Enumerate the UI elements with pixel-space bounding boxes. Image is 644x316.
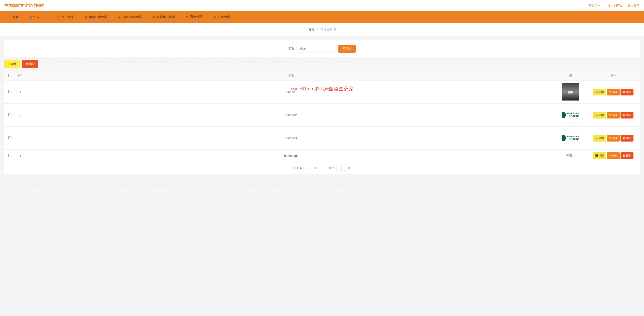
top-header: 中国咖啡文化宣传网站 管理员 abo 退出到前台 退出登录 [0, 0, 644, 11]
select-all-checkbox[interactable] [8, 74, 12, 77]
search-label: 名称 [288, 47, 294, 51]
table-row: 3picture3STARBUCKSCOFFEE☰ 详情✎ 修改🗑 删除 [4, 127, 640, 150]
detail-button[interactable]: ☰ 详情 [593, 112, 606, 119]
table-row: 4homepage无图片☰ 详情✎ 修改🗑 删除 [4, 150, 640, 162]
goto-label: 前往 页 [328, 165, 351, 171]
delete-button[interactable]: 🗑 删除 [620, 152, 634, 159]
edit-button[interactable]: ✎ 修改 [607, 135, 620, 142]
row-name: homepage [28, 150, 554, 162]
nav-contact[interactable]: ▣联系我们管理 [146, 11, 180, 23]
row-value: ▓▓▓ [554, 81, 587, 104]
header-ops: 操作 [587, 71, 640, 81]
header-index: 索引 [15, 71, 28, 81]
home-icon: ⌂ [8, 16, 11, 19]
content: 名称 查询 ⌕ + 新增 🗑 删除 索引 名称 值 操作 1picture1▓▓… [0, 36, 644, 178]
pagination: 共 4 条 〈 1 〉 前往 页 [4, 162, 640, 174]
nav-home[interactable]: ⌂首页 [2, 11, 24, 23]
contact-icon: ▣ [152, 16, 155, 19]
current-page[interactable]: 1 [314, 166, 317, 170]
row-value: STARBUCKSCOFFEE [554, 127, 587, 150]
row-name: picture1 [28, 81, 554, 104]
row-index: 2 [15, 104, 28, 127]
table-header-row: 索引 名称 值 操作 [4, 71, 640, 81]
delete-button[interactable]: 🗑 删除 [620, 135, 634, 142]
search-button[interactable]: 查询 ⌕ [338, 45, 356, 53]
edit-button[interactable]: ✎ 修改 [607, 112, 620, 119]
gear-icon: ⚙ [186, 15, 189, 19]
breadcrumb-separator: / [317, 28, 318, 31]
search-icon: ⌕ [350, 47, 352, 50]
mall-icon: ◈ [118, 16, 121, 19]
row-checkbox[interactable] [8, 154, 12, 157]
breadcrumb: 首页 / 轮播图管理 [0, 23, 644, 36]
image-thumbnail[interactable]: STARBUCKSCOFFEE [562, 129, 579, 147]
nav-system[interactable]: ⚙系统管理 [180, 11, 208, 23]
row-value: 无图片 [554, 150, 587, 162]
image-thumbnail[interactable]: ▓▓▓ [562, 83, 579, 101]
edit-button[interactable]: ✎ 修改 [607, 89, 620, 96]
search-bar: 名称 查询 ⌕ [4, 40, 640, 57]
row-name: picture3 [28, 127, 554, 150]
nav-bar: ⌂首页 👤个人中心 ◯用户管理 ▦咖啡分类管理 ◈咖啡商城管理 ▣联系我们管理 … [0, 11, 644, 23]
category-icon: ▦ [84, 16, 88, 19]
nav-users[interactable]: ◯用户管理 [51, 11, 79, 23]
users-icon: ◯ [57, 16, 60, 19]
image-thumbnail[interactable]: STARBUCKSCOFFEE [562, 106, 579, 124]
user-icon: 👤 [29, 16, 32, 19]
row-checkbox[interactable] [8, 113, 12, 116]
row-checkbox[interactable] [8, 90, 12, 93]
table-row: 2picture2STARBUCKSCOFFEE☰ 详情✎ 修改🗑 删除 [4, 104, 640, 127]
delete-button[interactable]: 🗑 删除 [620, 112, 634, 119]
breadcrumb-home[interactable]: 首页 [308, 28, 314, 31]
search-input[interactable] [296, 45, 336, 53]
detail-button[interactable]: ☰ 详情 [593, 135, 606, 142]
header-value: 值 [554, 71, 587, 81]
header-name: 名称 [28, 71, 554, 81]
batch-delete-button[interactable]: 🗑 删除 [22, 60, 38, 68]
add-button[interactable]: + 新增 [4, 60, 20, 68]
prev-page[interactable]: 〈 [305, 166, 310, 170]
goto-input[interactable] [336, 165, 346, 171]
pagination-total: 共 4 条 [293, 166, 302, 170]
action-bar: + 新增 🗑 删除 [4, 57, 640, 71]
detail-button[interactable]: ☰ 详情 [593, 89, 606, 96]
no-image-text: 无图片 [566, 154, 575, 157]
trash-icon: 🗑 [25, 62, 29, 66]
row-value: STARBUCKSCOFFEE [554, 104, 587, 127]
header-actions: 管理员 abo 退出到前台 退出登录 [588, 4, 640, 8]
plus-icon: + [8, 62, 10, 66]
to-front-link[interactable]: 退出到前台 [608, 4, 623, 8]
row-checkbox[interactable] [8, 136, 12, 139]
row-name: picture2 [28, 104, 554, 127]
breadcrumb-current: 轮播图管理 [320, 28, 336, 31]
delete-button[interactable]: 🗑 删除 [620, 89, 634, 96]
site-title: 中国咖啡文化宣传网站 [4, 3, 44, 8]
detail-button[interactable]: ☰ 详情 [593, 152, 606, 159]
logout-link[interactable]: 退出登录 [627, 4, 640, 8]
nav-category[interactable]: ▦咖啡分类管理 [79, 11, 113, 23]
data-table: 索引 名称 值 操作 1picture1▓▓▓☰ 详情✎ 修改🗑 删除2pict… [4, 71, 640, 162]
order-icon: ▤ [214, 16, 216, 19]
edit-button[interactable]: ✎ 修改 [607, 152, 620, 159]
row-index: 4 [15, 150, 28, 162]
admin-link[interactable]: 管理员 abo [588, 4, 603, 8]
row-index: 3 [15, 127, 28, 150]
nav-mall[interactable]: ◈咖啡商城管理 [113, 11, 146, 23]
nav-orders[interactable]: ▤订单管理 [208, 11, 236, 23]
table-row: 1picture1▓▓▓☰ 详情✎ 修改🗑 删除 [4, 81, 640, 104]
next-page[interactable]: 〉 [320, 166, 325, 170]
nav-personal[interactable]: 👤个人中心 [24, 11, 51, 23]
row-index: 1 [15, 81, 28, 104]
